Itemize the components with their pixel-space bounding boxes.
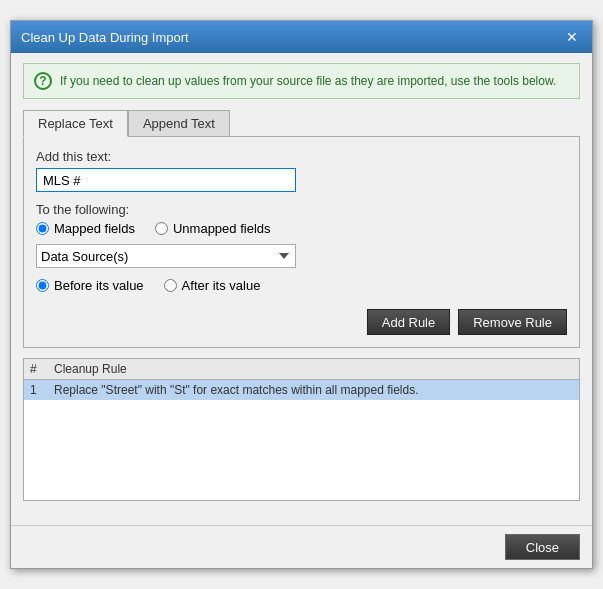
unmapped-fields-radio[interactable] (155, 222, 168, 235)
title-bar: Clean Up Data During Import ✕ (11, 21, 592, 53)
tab-replace-text[interactable]: Replace Text (23, 110, 128, 137)
cleanup-rules-table: # Cleanup Rule 1 Replace "Street" with "… (23, 358, 580, 501)
mapped-fields-label: Mapped fields (54, 221, 135, 236)
unmapped-fields-radio-label[interactable]: Unmapped fields (155, 221, 271, 236)
dialog-container: Clean Up Data During Import ✕ ? If you n… (10, 20, 593, 569)
tab-append-text[interactable]: Append Text (128, 110, 230, 137)
add-text-label: Add this text: (36, 149, 567, 164)
mapped-fields-radio[interactable] (36, 222, 49, 235)
info-bar: ? If you need to clean up values from yo… (23, 63, 580, 99)
add-rule-button[interactable]: Add Rule (367, 309, 450, 335)
remove-rule-button[interactable]: Remove Rule (458, 309, 567, 335)
rule-buttons-row: Add Rule Remove Rule (36, 303, 567, 335)
title-bar-close-button[interactable]: ✕ (562, 27, 582, 47)
info-text: If you need to clean up values from your… (60, 73, 556, 90)
position-radio-group: Before its value After its value (36, 278, 567, 293)
tab-bar: Replace Text Append Text (23, 109, 580, 136)
to-following-label: To the following: (36, 202, 567, 217)
dialog-body: ? If you need to clean up values from yo… (11, 53, 592, 525)
unmapped-fields-label: Unmapped fields (173, 221, 271, 236)
after-value-label: After its value (182, 278, 261, 293)
before-value-radio-label[interactable]: Before its value (36, 278, 144, 293)
before-value-label: Before its value (54, 278, 144, 293)
before-value-radio[interactable] (36, 279, 49, 292)
dialog-title: Clean Up Data During Import (21, 30, 189, 45)
add-text-input[interactable] (36, 168, 296, 192)
info-icon: ? (34, 72, 52, 90)
data-source-dropdown[interactable]: Data Source(s) (36, 244, 296, 268)
table-header-rule: Cleanup Rule (54, 362, 573, 376)
table-row[interactable]: 1 Replace "Street" with "St" for exact m… (24, 380, 579, 400)
after-value-radio-label[interactable]: After its value (164, 278, 261, 293)
to-following-group: To the following: Mapped fields Unmapped… (36, 202, 567, 268)
tab-panel-replace: Add this text: To the following: Mapped … (23, 136, 580, 348)
table-cell-rule: Replace "Street" with "St" for exact mat… (54, 383, 573, 397)
field-type-radio-group: Mapped fields Unmapped fields (36, 221, 567, 236)
position-group: Before its value After its value (36, 278, 567, 293)
table-empty-area (24, 400, 579, 500)
table-header-num: # (30, 362, 54, 376)
after-value-radio[interactable] (164, 279, 177, 292)
table-header-row: # Cleanup Rule (24, 359, 579, 380)
table-cell-num: 1 (30, 383, 54, 397)
add-text-group: Add this text: (36, 149, 567, 192)
mapped-fields-radio-label[interactable]: Mapped fields (36, 221, 135, 236)
dialog-footer: Close (11, 525, 592, 568)
close-button[interactable]: Close (505, 534, 580, 560)
